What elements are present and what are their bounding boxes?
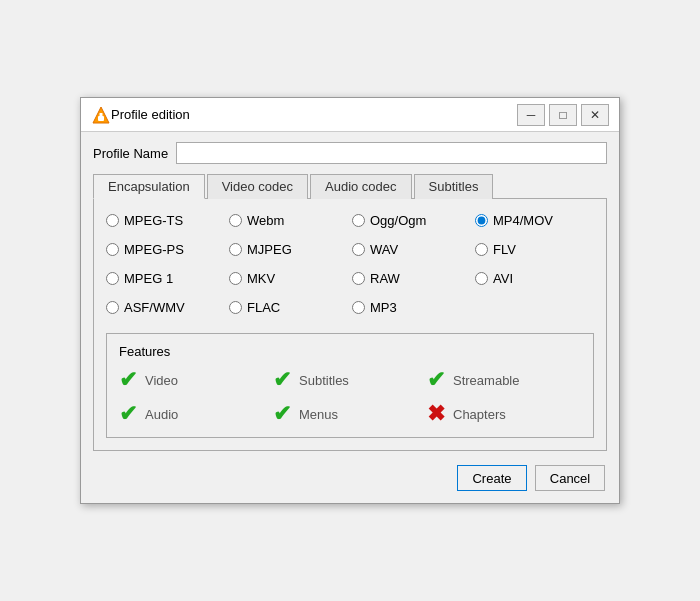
option-mpeg-ps[interactable]: MPEG-PS: [106, 242, 225, 257]
feature-subtitles: ✔ Subtitles: [273, 369, 427, 391]
feature-subtitles-label: Subtitles: [299, 373, 349, 388]
tab-bar: Encapsulation Video codec Audio codec Su…: [93, 174, 607, 199]
check-icon: ✔: [119, 369, 137, 391]
window-title: Profile edition: [111, 107, 517, 122]
check-icon: ✔: [427, 369, 445, 391]
feature-audio-label: Audio: [145, 407, 178, 422]
feature-video: ✔ Video: [119, 369, 273, 391]
window-content: Profile Name Encapsulation Video codec A…: [81, 132, 619, 503]
button-row: Create Cancel: [93, 465, 607, 491]
svg-rect-2: [100, 113, 103, 117]
profile-name-label: Profile Name: [93, 146, 168, 161]
close-button[interactable]: ✕: [581, 104, 609, 126]
create-button[interactable]: Create: [457, 465, 527, 491]
feature-streamable: ✔ Streamable: [427, 369, 581, 391]
option-mkv[interactable]: MKV: [229, 271, 348, 286]
option-avi[interactable]: AVI: [475, 271, 594, 286]
option-ogg-ogm[interactable]: Ogg/Ogm: [352, 213, 471, 228]
profile-name-row: Profile Name: [93, 142, 607, 164]
option-mpeg1[interactable]: MPEG 1: [106, 271, 225, 286]
feature-streamable-label: Streamable: [453, 373, 519, 388]
tab-encapsulation[interactable]: Encapsulation: [93, 174, 205, 199]
minimize-button[interactable]: ─: [517, 104, 545, 126]
title-bar: Profile edition ─ □ ✕: [81, 98, 619, 132]
window-controls: ─ □ ✕: [517, 104, 609, 126]
profile-name-input[interactable]: [176, 142, 607, 164]
feature-audio: ✔ Audio: [119, 403, 273, 425]
option-raw[interactable]: RAW: [352, 271, 471, 286]
encapsulation-options: MPEG-TS Webm Ogg/Ogm MP4/MOV MPEG-PS: [106, 213, 594, 315]
feature-video-label: Video: [145, 373, 178, 388]
option-asf-wmv[interactable]: ASF/WMV: [106, 300, 225, 315]
option-webm[interactable]: Webm: [229, 213, 348, 228]
cancel-button[interactable]: Cancel: [535, 465, 605, 491]
features-grid: ✔ Video ✔ Subtitles ✔ Streamable ✔ Audio: [119, 369, 581, 425]
features-box: Features ✔ Video ✔ Subtitles ✔ Streamabl…: [106, 333, 594, 438]
option-flac[interactable]: FLAC: [229, 300, 348, 315]
feature-menus-label: Menus: [299, 407, 338, 422]
feature-menus: ✔ Menus: [273, 403, 427, 425]
option-mp3[interactable]: MP3: [352, 300, 471, 315]
maximize-button[interactable]: □: [549, 104, 577, 126]
check-icon: ✔: [119, 403, 137, 425]
option-mpeg-ts[interactable]: MPEG-TS: [106, 213, 225, 228]
features-title: Features: [119, 344, 581, 359]
option-flv[interactable]: FLV: [475, 242, 594, 257]
vlc-icon: [91, 105, 111, 125]
feature-chapters: ✖ Chapters: [427, 403, 581, 425]
check-icon: ✔: [273, 403, 291, 425]
check-icon: ✔: [273, 369, 291, 391]
option-wav[interactable]: WAV: [352, 242, 471, 257]
profile-edition-window: Profile edition ─ □ ✕ Profile Name Encap…: [80, 97, 620, 504]
tab-content: MPEG-TS Webm Ogg/Ogm MP4/MOV MPEG-PS: [93, 199, 607, 451]
option-mp4-mov[interactable]: MP4/MOV: [475, 213, 594, 228]
option-mjpeg[interactable]: MJPEG: [229, 242, 348, 257]
tab-subtitles[interactable]: Subtitles: [414, 174, 494, 199]
cross-icon: ✖: [427, 403, 445, 425]
tab-video-codec[interactable]: Video codec: [207, 174, 308, 199]
tab-audio-codec[interactable]: Audio codec: [310, 174, 412, 199]
feature-chapters-label: Chapters: [453, 407, 506, 422]
